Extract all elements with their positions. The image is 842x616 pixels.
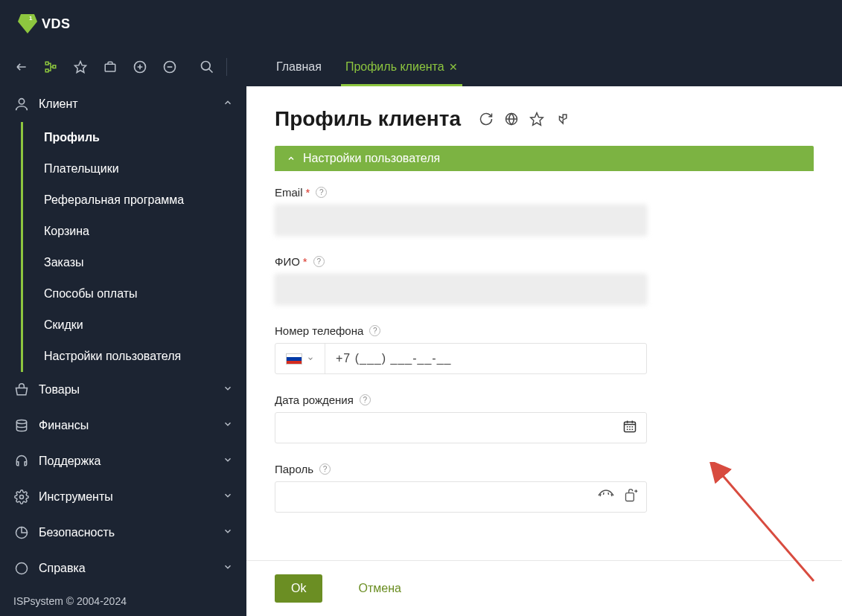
phone-input-row: +7 (___) ___-__-__ xyxy=(275,343,647,374)
password-input[interactable] xyxy=(275,481,647,513)
country-select[interactable] xyxy=(275,344,325,373)
help-icon[interactable]: ? xyxy=(319,463,331,475)
sidebar-item-referral[interactable]: Реферальная программа xyxy=(23,185,246,216)
brand-text: VDS xyxy=(42,16,71,32)
field-email: Email* ? xyxy=(275,186,814,236)
main-split: Клиент Профиль Плательщики Реферальная п… xyxy=(0,86,842,616)
minus-circle-icon[interactable] xyxy=(162,60,177,74)
tab-main[interactable]: Главная xyxy=(264,48,334,86)
tab-label: Главная xyxy=(276,60,322,74)
chevron-down-icon xyxy=(223,562,233,575)
tab-close-icon[interactable]: ✕ xyxy=(449,61,458,73)
cancel-button[interactable]: Отмена xyxy=(342,574,417,603)
star-outline-icon[interactable] xyxy=(529,112,544,126)
flag-ru-icon xyxy=(286,353,302,365)
sidebar-footer: ISPsystem © 2004-2024 xyxy=(0,586,246,616)
nav-label: Безопасность xyxy=(39,526,223,539)
sidebar-item-orders[interactable]: Заказы xyxy=(23,247,246,278)
pin-icon[interactable] xyxy=(555,112,570,126)
generate-icon[interactable] xyxy=(624,488,639,506)
sidebar-subitems: Профиль Плательщики Реферальная программ… xyxy=(21,122,246,372)
field-label: ФИО* ? xyxy=(275,255,814,268)
svg-rect-16 xyxy=(626,493,634,501)
gear-icon xyxy=(13,489,30,505)
sidebar-item-profile[interactable]: Профиль xyxy=(23,122,246,153)
star-icon[interactable] xyxy=(73,60,88,74)
nav-label: Поддержка xyxy=(39,455,223,468)
sidebar-item-support[interactable]: Поддержка xyxy=(0,443,246,479)
tree-icon[interactable] xyxy=(43,60,58,74)
svg-marker-14 xyxy=(531,113,543,126)
toolbar-row: Главная Профиль клиента ✕ xyxy=(0,48,842,86)
refresh-icon[interactable] xyxy=(479,112,494,126)
sidebar: Клиент Профиль Плательщики Реферальная п… xyxy=(0,86,246,616)
briefcase-icon[interactable] xyxy=(103,60,118,74)
chevron-down-icon xyxy=(223,455,233,468)
section-header[interactable]: Настройки пользователя xyxy=(275,146,814,171)
nav-label: Финансы xyxy=(39,419,223,432)
fio-input[interactable] xyxy=(275,274,647,305)
svg-point-12 xyxy=(16,563,28,574)
field-label: Email* ? xyxy=(275,186,814,199)
chevron-down-icon xyxy=(223,526,233,539)
pie-icon xyxy=(13,524,30,541)
headset-icon xyxy=(13,453,30,469)
page-header: Профиль клиента xyxy=(246,86,842,146)
sidebar-item-user-settings[interactable]: Настройки пользователя xyxy=(23,341,246,372)
svg-point-9 xyxy=(19,99,24,104)
globe-icon[interactable] xyxy=(504,112,519,126)
sidebar-item-tools[interactable]: Инструменты xyxy=(0,479,246,515)
required-mark: * xyxy=(303,255,307,268)
nav-label: Товары xyxy=(39,383,223,397)
sidebar-item-client[interactable]: Клиент xyxy=(0,86,246,122)
nav-label: Инструменты xyxy=(39,490,223,504)
field-label: Номер телефона ? xyxy=(275,324,814,337)
svg-point-10 xyxy=(16,420,26,424)
chevron-down-icon xyxy=(223,490,233,504)
form-wrap: Настройки пользователя Email* ? xyxy=(246,146,842,560)
help-icon[interactable]: ? xyxy=(369,325,380,336)
sidebar-item-help[interactable]: Справка xyxy=(0,551,246,586)
brand-logo[interactable]: 1 VDS xyxy=(18,14,71,33)
logo-mark-icon: 1 xyxy=(18,14,37,33)
dob-input[interactable] xyxy=(275,412,647,443)
back-icon[interactable] xyxy=(13,60,28,74)
toolbar-divider xyxy=(226,58,227,76)
field-label: Дата рождения ? xyxy=(275,394,814,406)
sidebar-item-discounts[interactable]: Скидки xyxy=(23,309,246,341)
sidebar-item-goods[interactable]: Товары xyxy=(0,372,246,408)
page-title: Профиль клиента xyxy=(275,107,461,131)
email-input[interactable] xyxy=(275,205,647,236)
eye-icon[interactable] xyxy=(597,490,615,504)
section-title: Настройки пользователя xyxy=(303,152,440,165)
ok-button[interactable]: Ok xyxy=(275,574,322,603)
tabs: Главная Профиль клиента ✕ xyxy=(264,48,470,86)
sidebar-item-payment-methods[interactable]: Способы оплаты xyxy=(23,278,246,309)
chevron-down-icon xyxy=(223,419,233,432)
plus-circle-icon[interactable] xyxy=(133,60,147,74)
svg-marker-4 xyxy=(75,62,86,73)
help-icon[interactable]: ? xyxy=(316,187,327,198)
nav-group: Клиент Профиль Плательщики Реферальная п… xyxy=(0,86,246,586)
app-root: 1 VDS Главная Профиль клиента ✕ xyxy=(0,0,842,616)
help-icon[interactable]: ? xyxy=(360,394,371,405)
svg-rect-3 xyxy=(53,65,56,68)
sidebar-item-payers[interactable]: Плательщики xyxy=(23,153,246,185)
field-label: Пароль ? xyxy=(275,463,814,475)
help-icon[interactable]: ? xyxy=(313,256,325,267)
svg-rect-2 xyxy=(45,69,48,72)
chevron-down-icon xyxy=(223,383,233,397)
chevron-down-icon xyxy=(307,355,314,362)
svg-point-8 xyxy=(202,62,211,71)
topbar: 1 VDS xyxy=(0,0,842,48)
tab-profile[interactable]: Профиль клиента ✕ xyxy=(334,48,470,86)
svg-rect-1 xyxy=(45,62,48,65)
field-phone: Номер телефона ? +7 (___) ___-__-__ xyxy=(275,324,814,374)
sidebar-item-security[interactable]: Безопасность xyxy=(0,515,246,551)
sidebar-item-cart[interactable]: Корзина xyxy=(23,216,246,247)
finance-icon xyxy=(13,417,30,434)
sidebar-item-finance[interactable]: Финансы xyxy=(0,408,246,443)
calendar-icon[interactable] xyxy=(622,419,637,437)
phone-input[interactable]: +7 (___) ___-__-__ xyxy=(325,352,462,365)
search-icon[interactable] xyxy=(200,60,214,74)
